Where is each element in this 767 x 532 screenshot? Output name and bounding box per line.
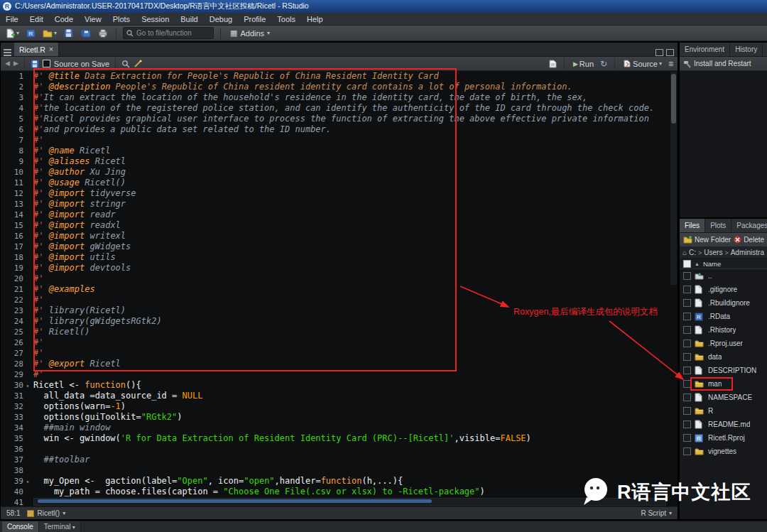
document-outline-icon[interactable]: ≡ (668, 60, 673, 68)
row-checkbox[interactable] (683, 393, 691, 401)
menu-profile[interactable]: Profile (238, 13, 271, 26)
row-checkbox[interactable] (683, 420, 691, 428)
code-editor[interactable]: 1#' @title Data Extraction for People's … (1, 71, 678, 506)
source-button[interactable]: Source ▾ (622, 58, 663, 70)
breadcrumb-users[interactable]: Users (704, 249, 722, 256)
file-row-data[interactable]: data (680, 350, 767, 364)
save-button[interactable] (62, 27, 75, 40)
code-line[interactable]: 38 (1, 465, 678, 476)
menu-edit[interactable]: Edit (24, 13, 49, 26)
addins-button[interactable]: ▦ Addins ▾ (227, 29, 273, 38)
install-and-restart-button[interactable]: Install and Restart (683, 60, 751, 68)
code-line[interactable]: 2#' @description People's Republic of Ch… (1, 82, 678, 92)
horizontal-scrollbar[interactable] (33, 498, 666, 506)
print-button[interactable] (97, 27, 109, 40)
tab-ricetl-r[interactable]: Ricetl.R × (14, 43, 59, 56)
save-all-button[interactable] (79, 27, 92, 40)
forward-icon[interactable]: ▶ (13, 60, 18, 67)
code-line[interactable]: 13#' @import stringr (1, 199, 678, 210)
scope-selector[interactable]: Ricetl() ▾ (27, 509, 65, 517)
code-line[interactable]: 4#'the location of the registered police… (1, 103, 678, 114)
row-checkbox[interactable] (683, 313, 691, 320)
open-file-button[interactable]: ▾ (41, 27, 58, 40)
breadcrumb-c[interactable]: C: (689, 249, 696, 256)
file-row-man[interactable]: man (680, 377, 767, 391)
file-row-namespace[interactable]: NAMESPACE (680, 391, 767, 404)
tab-history[interactable]: History (730, 43, 763, 56)
code-line[interactable]: 39▾ my_Open <- gaction(label="Open", ico… (1, 476, 678, 487)
row-checkbox[interactable] (683, 286, 691, 293)
menu-tools[interactable]: Tools (271, 13, 301, 26)
code-line[interactable]: 33 options(guiToolkit="RGtk2") (1, 412, 678, 423)
code-line[interactable]: 20#' (1, 273, 678, 284)
code-line[interactable]: 8#' @name Ricetl (1, 146, 678, 156)
code-line[interactable]: 16#' @import writexl (1, 231, 678, 241)
fold-icon[interactable]: ▾ (23, 381, 32, 391)
save-icon[interactable] (31, 60, 39, 68)
code-line[interactable]: 14#' @import readr (1, 210, 678, 220)
find-replace-icon[interactable] (121, 60, 130, 68)
code-line[interactable]: 25#' Ricetl() (1, 327, 678, 337)
code-line[interactable]: 31 all_data =data_source_id = NULL (1, 391, 678, 401)
minimize-pane-icon[interactable] (656, 49, 663, 56)
scrollbar-thumb[interactable] (38, 499, 432, 503)
file-row-gitignore[interactable]: .gitignore (680, 283, 767, 296)
rerun-icon[interactable]: ↻ (600, 60, 607, 68)
back-icon[interactable]: ◀ (5, 60, 10, 67)
menu-debug[interactable]: Debug (204, 13, 238, 26)
file-row-item[interactable]: .. (680, 269, 767, 283)
breadcrumb-administra[interactable]: Administra (731, 249, 764, 256)
code-line[interactable]: 9#' @aliases Ricetl (1, 156, 678, 167)
file-row-rhistory[interactable]: .Rhistory (680, 323, 767, 337)
menu-code[interactable]: Code (49, 13, 79, 26)
row-checkbox[interactable] (683, 272, 691, 280)
file-row-ricetl-rproj[interactable]: RRicetl.Rproj (680, 431, 767, 445)
code-line[interactable]: 7#' (1, 135, 678, 146)
code-line[interactable]: 11#' @usage Ricetl() (1, 178, 678, 188)
tab-terminal[interactable]: Terminal ▾ (39, 521, 81, 532)
new-folder-button[interactable]: New Folder (683, 236, 731, 244)
row-checkbox[interactable] (683, 380, 691, 388)
menu-session[interactable]: Session (136, 13, 175, 26)
code-line[interactable]: 24#' library(gWidgetsRGtk2) (1, 316, 678, 327)
home-icon[interactable]: ⌂ (682, 249, 687, 256)
code-line[interactable]: 28#' @export Ricetl (1, 359, 678, 369)
tab-environment[interactable]: Environment (680, 43, 730, 56)
tab-plots[interactable]: Plots (705, 219, 731, 232)
select-all-checkbox[interactable] (683, 260, 691, 268)
code-line[interactable]: 19#' @import devtools (1, 263, 678, 273)
new-file-button[interactable]: ▾ (4, 27, 21, 40)
file-type-selector[interactable]: R Script ▾ (641, 509, 672, 517)
file-row-description[interactable]: DESCRIPTION (680, 364, 767, 377)
menu-build[interactable]: Build (175, 13, 203, 26)
delete-button[interactable]: Delete (734, 236, 764, 244)
goto-file-input[interactable]: Go to file/function (123, 27, 214, 39)
code-line[interactable]: 5#'Ricetl provides graphical user interf… (1, 114, 678, 124)
code-line[interactable]: 26#' (1, 337, 678, 348)
code-line[interactable]: 37 ##toolbar (1, 455, 678, 465)
code-line[interactable]: 22#' (1, 295, 678, 305)
code-line[interactable]: 21#' @examples (1, 284, 678, 295)
name-column-header[interactable]: Name (703, 260, 721, 268)
row-checkbox[interactable] (683, 353, 691, 361)
file-row-readme-md[interactable]: README.md (680, 418, 767, 431)
sort-ascending-icon[interactable]: ▲ (695, 261, 700, 266)
menu-file[interactable]: File (0, 13, 24, 26)
file-row-rdata[interactable]: R.RData (680, 310, 767, 323)
file-row-r[interactable]: R (680, 404, 767, 418)
menu-plots[interactable]: Plots (107, 13, 136, 26)
close-tab-icon[interactable]: × (49, 45, 53, 53)
code-line[interactable]: 30▾Ricetl <- function(){ (1, 380, 678, 391)
menu-help[interactable]: Help (301, 13, 329, 26)
code-line[interactable]: 35 win <- gwindow('R for Data Extraction… (1, 433, 678, 444)
row-checkbox[interactable] (683, 407, 691, 415)
file-row-vignettes[interactable]: vignettes (680, 445, 767, 458)
maximize-pane-icon[interactable] (666, 49, 674, 56)
source-on-save-checkbox[interactable] (43, 60, 50, 67)
code-line[interactable]: 3#'It can extract the location of the ho… (1, 92, 678, 103)
code-tools-icon[interactable] (134, 60, 142, 68)
code-line[interactable]: 6#'and provides a public data set relate… (1, 124, 678, 135)
code-line[interactable]: 18#' @import utils (1, 252, 678, 263)
row-checkbox[interactable] (683, 326, 691, 334)
code-line[interactable]: 23#' library(Ricetl) (1, 305, 678, 316)
